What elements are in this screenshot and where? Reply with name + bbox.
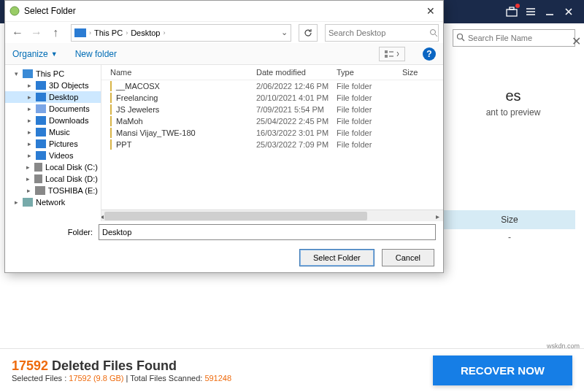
folder-icon bbox=[36, 104, 46, 113]
tree-item[interactable]: ▸Local Disk (C:) bbox=[5, 161, 101, 173]
folder-icon bbox=[36, 81, 46, 90]
forward-icon[interactable]: → bbox=[28, 25, 45, 41]
col-size[interactable]: Size bbox=[402, 68, 431, 77]
back-icon[interactable]: ← bbox=[9, 25, 26, 41]
tree-label: TOSHIBA (E:) bbox=[48, 186, 98, 195]
tree-item[interactable]: ▸Videos bbox=[5, 150, 101, 161]
tree-label: Downloads bbox=[49, 116, 88, 125]
minimize-icon[interactable] bbox=[543, 5, 556, 18]
dialog-close-icon[interactable]: ✕ bbox=[423, 3, 439, 19]
tree-caret-icon[interactable]: ▸ bbox=[26, 117, 33, 124]
col-name[interactable]: Name bbox=[110, 68, 256, 77]
folder-icon bbox=[36, 116, 46, 125]
select-folder-dialog: Select Folder ✕ ← → ↑ › This PC › Deskto… bbox=[4, 0, 444, 273]
folder-icon bbox=[110, 81, 112, 91]
tree-item[interactable]: ▸Desktop bbox=[5, 91, 101, 103]
tree-item[interactable]: ▸TOSHIBA (E:) bbox=[5, 185, 101, 196]
tree-label: Pictures bbox=[49, 139, 78, 148]
recover-now-button[interactable]: RECOVER NOW bbox=[433, 356, 572, 385]
cancel-button[interactable]: Cancel bbox=[382, 249, 434, 266]
folder-field-row: Folder: bbox=[5, 221, 443, 243]
scroll-right-icon[interactable]: ▸ bbox=[431, 210, 443, 221]
new-folder-button[interactable]: New folder bbox=[75, 49, 117, 59]
tree-item[interactable]: ▸Network bbox=[5, 196, 101, 208]
tree-caret-icon[interactable]: ▸ bbox=[26, 93, 33, 101]
folder-label: Folder: bbox=[12, 228, 93, 237]
app-close-icon[interactable] bbox=[562, 5, 575, 18]
tree-caret-icon[interactable]: ▾ bbox=[12, 70, 20, 77]
tree-item[interactable]: ▸Music bbox=[5, 126, 101, 138]
tree-caret-icon[interactable]: ▸ bbox=[26, 152, 33, 159]
clear-search-icon[interactable]: ✕ bbox=[572, 34, 579, 42]
svg-rect-0 bbox=[507, 9, 517, 16]
table-row[interactable]: PPT25/03/2022 7:09 PMFile folder bbox=[101, 139, 443, 150]
folder-icon bbox=[110, 128, 112, 138]
breadcrumb-root[interactable]: This PC bbox=[94, 28, 123, 37]
breadcrumb[interactable]: › This PC › Desktop › ⌄ bbox=[71, 24, 291, 42]
dialog-titlebar[interactable]: Select Folder ✕ bbox=[5, 1, 443, 21]
refresh-button[interactable] bbox=[299, 24, 318, 42]
folder-icon bbox=[110, 93, 112, 103]
tree-item[interactable]: ▸Documents bbox=[5, 103, 101, 115]
folder-input[interactable] bbox=[99, 224, 436, 240]
col-date[interactable]: Date modified bbox=[256, 68, 337, 77]
svg-rect-1 bbox=[510, 7, 514, 9]
folder-icon bbox=[36, 151, 46, 160]
size-value: - bbox=[444, 229, 575, 245]
size-column-header[interactable]: Size bbox=[444, 210, 575, 229]
tree-caret-icon[interactable]: ▸ bbox=[26, 140, 33, 147]
dialog-buttons: Select Folder Cancel bbox=[5, 243, 443, 272]
breadcrumb-dropdown-icon[interactable]: ⌄ bbox=[281, 28, 288, 37]
tree-caret-icon[interactable]: ▸ bbox=[26, 175, 31, 182]
chevron-down-icon: ▼ bbox=[51, 50, 58, 58]
tree-label: 3D Objects bbox=[49, 81, 88, 90]
footer-subtext: Selected Files : 17592 (9.8 GB) | Total … bbox=[12, 374, 231, 383]
tree-caret-icon[interactable]: ▸ bbox=[12, 199, 20, 206]
svg-rect-6 bbox=[385, 55, 388, 58]
folder-icon bbox=[23, 198, 33, 207]
table-row[interactable]: __MACOSX2/06/2022 12:46 PMFile folder bbox=[101, 80, 443, 92]
table-row[interactable]: JS Jewelers7/09/2021 5:54 PMFile folder bbox=[101, 104, 443, 115]
dialog-title: Select Folder bbox=[24, 6, 76, 16]
col-type[interactable]: Type bbox=[337, 68, 402, 77]
tree-caret-icon[interactable]: ▸ bbox=[26, 82, 33, 89]
dialog-search-box[interactable] bbox=[325, 24, 439, 42]
svg-rect-5 bbox=[385, 50, 388, 53]
folder-icon bbox=[110, 104, 112, 115]
select-folder-button[interactable]: Select Folder bbox=[299, 249, 374, 266]
dialog-search-input[interactable] bbox=[328, 28, 429, 37]
tree-item[interactable]: ▸3D Objects bbox=[5, 80, 101, 91]
table-row[interactable]: Mansi Vijay_TWE-18016/03/2022 3:01 PMFil… bbox=[101, 127, 443, 139]
hamburger-icon[interactable] bbox=[524, 5, 537, 18]
table-row[interactable]: MaMoh25/04/2022 2:45 PMFile folder bbox=[101, 115, 443, 127]
app-search-input[interactable] bbox=[465, 34, 572, 42]
search-icon bbox=[456, 33, 465, 43]
tree-item[interactable]: ▸Downloads bbox=[5, 115, 101, 126]
file-list-header[interactable]: Name Date modified Type Size bbox=[101, 65, 443, 80]
tree-item[interactable]: ▾This PC bbox=[5, 68, 101, 80]
tree-caret-icon[interactable]: ▸ bbox=[26, 164, 31, 171]
up-icon[interactable]: ↑ bbox=[47, 25, 64, 41]
preview-message: ant to preview bbox=[451, 107, 575, 118]
dialog-toolbar: Organize ▼ New folder ? bbox=[5, 43, 443, 65]
tree-caret-icon[interactable]: ▸ bbox=[26, 187, 32, 194]
footer-heading: 17592 Deleted Files Found bbox=[12, 358, 231, 374]
tree-item[interactable]: ▸Pictures bbox=[5, 138, 101, 150]
tree-caret-icon[interactable]: ▸ bbox=[26, 105, 33, 112]
table-row[interactable]: Freelancing20/10/2021 4:01 PMFile folder bbox=[101, 92, 443, 104]
help-icon[interactable]: ? bbox=[423, 47, 436, 61]
tree-label: This PC bbox=[36, 69, 64, 78]
breadcrumb-path[interactable]: Desktop bbox=[131, 28, 160, 37]
horizontal-scrollbar[interactable]: ◂ ▸ bbox=[101, 210, 443, 221]
tree-caret-icon[interactable]: ▸ bbox=[26, 128, 33, 136]
folder-tree[interactable]: ▾This PC▸3D Objects▸Desktop▸Documents▸Do… bbox=[5, 65, 101, 221]
tree-label: Videos bbox=[49, 151, 73, 160]
search-icon[interactable] bbox=[429, 28, 438, 37]
tree-item[interactable]: ▸Local Disk (D:) bbox=[5, 173, 101, 185]
view-options-button[interactable] bbox=[379, 47, 405, 61]
organize-button[interactable]: Organize ▼ bbox=[12, 49, 58, 59]
app-search-box[interactable]: ✕ bbox=[453, 29, 575, 47]
toolbox-icon[interactable] bbox=[505, 5, 518, 18]
scroll-thumb[interactable] bbox=[104, 212, 367, 220]
folder-icon bbox=[23, 69, 33, 78]
